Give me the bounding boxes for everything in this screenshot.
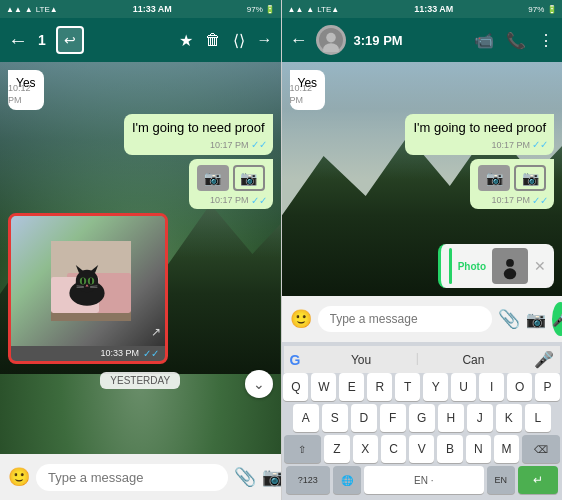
- right-chat-panel: ▲▲ ▲ LTE▲ 11:33 AM 97% 🔋 ← 3:19 PM 📹 📞 ⋮: [282, 0, 563, 500]
- keyboard-suggestions: You | Can: [306, 351, 528, 369]
- message-input[interactable]: [36, 464, 228, 491]
- key-j[interactable]: J: [467, 404, 493, 432]
- key-m[interactable]: M: [494, 435, 519, 463]
- contact-info[interactable]: 3:19 PM: [354, 33, 467, 48]
- right-input-bar: 🙂 📎 📷 🎤: [282, 296, 563, 342]
- key-z[interactable]: Z: [324, 435, 349, 463]
- right-back-button[interactable]: ←: [290, 30, 308, 51]
- svg-point-21: [506, 259, 514, 267]
- emoji-button[interactable]: 🙂: [8, 466, 30, 488]
- left-chat-panel: ▲▲ ▲ LTE▲ 11:33 AM 97% 🔋 ← 1 ↩ ★ 🗑 ⟨⟩ → …: [0, 0, 281, 500]
- attach-button[interactable]: 📎: [234, 466, 256, 488]
- svg-point-5: [76, 270, 98, 292]
- key-o[interactable]: O: [507, 373, 532, 401]
- back-button[interactable]: ←: [8, 29, 28, 52]
- backspace-key[interactable]: ⌫: [522, 435, 560, 463]
- enter-key[interactable]: ↵: [518, 466, 558, 494]
- svg-point-10: [82, 278, 84, 284]
- key-b[interactable]: B: [437, 435, 462, 463]
- camera-filled-icon-r: 📷: [478, 165, 510, 191]
- scroll-down-button[interactable]: ⌄: [245, 370, 273, 398]
- reply-close-button[interactable]: ✕: [534, 258, 546, 274]
- more-options-button[interactable]: ⋮: [538, 31, 554, 50]
- image-time-bar: 10:33 PM ✓✓: [11, 346, 165, 361]
- lte-icon: LTE▲: [36, 5, 58, 14]
- key-u[interactable]: U: [451, 373, 476, 401]
- message-time: 10:12 PM: [8, 82, 38, 107]
- star-button[interactable]: ★: [179, 31, 193, 50]
- right-mic-button[interactable]: 🎤: [552, 302, 563, 336]
- image-ticks: ✓✓: [143, 348, 159, 359]
- right-emoji-button[interactable]: 🙂: [290, 308, 312, 330]
- key-l[interactable]: L: [525, 404, 551, 432]
- keyboard-row-3: ⇧ Z X C V B N M ⌫: [284, 435, 561, 463]
- key-n[interactable]: N: [466, 435, 491, 463]
- battery-icon-r: 97% 🔋: [528, 5, 556, 14]
- right-status-left-icons: ▲▲ ▲ LTE▲: [288, 5, 340, 14]
- lang-key[interactable]: EN: [487, 466, 515, 494]
- camera-filled-icon: 📷: [197, 165, 229, 191]
- message-time-r: 10:17 PM ✓✓: [491, 195, 548, 206]
- space-key[interactable]: EN ·: [364, 466, 484, 494]
- read-ticks: ✓✓: [251, 195, 267, 206]
- key-f[interactable]: F: [380, 404, 406, 432]
- right-attach-button[interactable]: 📎: [498, 308, 520, 330]
- key-k[interactable]: K: [496, 404, 522, 432]
- message-cat-image[interactable]: ↗ 10:33 PM ✓✓: [8, 213, 168, 364]
- camera-outline-icon-r: 📷: [514, 165, 546, 191]
- key-i[interactable]: I: [479, 373, 504, 401]
- numbers-key[interactable]: ?123: [286, 466, 330, 494]
- left-status-bar: ▲▲ ▲ LTE▲ 11:33 AM 97% 🔋: [0, 0, 281, 18]
- key-r[interactable]: R: [367, 373, 392, 401]
- key-d[interactable]: D: [351, 404, 377, 432]
- reply-accent: [449, 248, 452, 284]
- voice-call-button[interactable]: 📞: [506, 31, 526, 50]
- lte-icon-r: LTE▲: [317, 5, 339, 14]
- message-received-yes: Yes 10:12 PM: [8, 70, 44, 110]
- key-a[interactable]: A: [293, 404, 319, 432]
- key-t[interactable]: T: [395, 373, 420, 401]
- key-g[interactable]: G: [409, 404, 435, 432]
- selected-count: 1: [38, 32, 46, 48]
- keyboard: G You | Can 🎤 Q W E R T Y U I O P: [282, 342, 563, 500]
- emoji-key[interactable]: 🌐: [333, 466, 361, 494]
- header-actions: ★ 🗑 ⟨⟩ →: [179, 31, 273, 50]
- suggestion-you[interactable]: You: [306, 351, 415, 369]
- key-y[interactable]: Y: [423, 373, 448, 401]
- cat-photo: [11, 216, 168, 346]
- shift-key[interactable]: ⇧: [284, 435, 322, 463]
- right-message-sent-proof: I'm going to need proof 10:17 PM ✓✓: [405, 114, 554, 155]
- video-call-button[interactable]: 📹: [474, 31, 494, 50]
- right-chat-area: Yes 10:12 PM I'm going to need proof 10:…: [282, 62, 563, 296]
- forward-button[interactable]: →: [257, 31, 273, 49]
- right-message-received-yes: Yes 10:12 PM: [290, 70, 326, 110]
- key-x[interactable]: X: [353, 435, 378, 463]
- left-header: ← 1 ↩ ★ 🗑 ⟨⟩ →: [0, 18, 281, 62]
- read-ticks: ✓✓: [251, 138, 267, 152]
- keyboard-mic-icon[interactable]: 🎤: [534, 350, 554, 369]
- date-separator: YESTERDAY: [100, 372, 180, 389]
- right-status-time: 11:33 AM: [414, 4, 453, 14]
- key-w[interactable]: W: [311, 373, 336, 401]
- google-logo: G: [290, 352, 301, 368]
- key-h[interactable]: H: [438, 404, 464, 432]
- camera-button[interactable]: 📷: [262, 466, 281, 488]
- key-c[interactable]: C: [381, 435, 406, 463]
- share-button[interactable]: ⟨⟩: [233, 31, 245, 50]
- message-sent-proof: I'm going to need proof 10:17 PM ✓✓: [124, 114, 273, 155]
- delete-button[interactable]: 🗑: [205, 31, 221, 49]
- key-e[interactable]: E: [339, 373, 364, 401]
- suggestion-can[interactable]: Can: [419, 351, 528, 369]
- reply-button[interactable]: ↩: [56, 26, 84, 54]
- camera-outline-icon: 📷: [233, 165, 265, 191]
- right-message-camera: 📷 📷 10:17 PM ✓✓: [470, 159, 554, 209]
- contact-avatar[interactable]: [316, 25, 346, 55]
- reply-preview: Photo ✕: [438, 244, 554, 288]
- key-p[interactable]: P: [535, 373, 560, 401]
- right-camera-button[interactable]: 📷: [526, 310, 546, 329]
- key-q[interactable]: Q: [283, 373, 308, 401]
- key-s[interactable]: S: [322, 404, 348, 432]
- key-v[interactable]: V: [409, 435, 434, 463]
- right-message-input[interactable]: [318, 306, 492, 332]
- right-status-bar: ▲▲ ▲ LTE▲ 11:33 AM 97% 🔋: [282, 0, 563, 18]
